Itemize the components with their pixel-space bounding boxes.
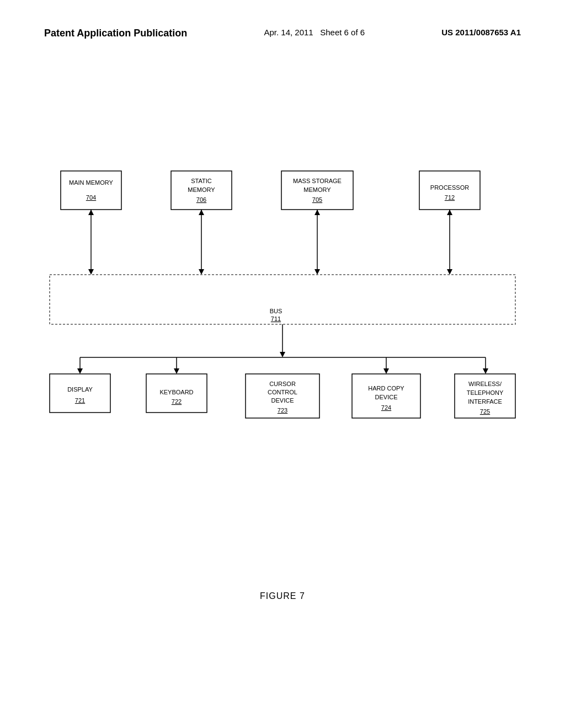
cursor-control-ref: 723 [278,407,287,414]
bus-box [50,275,515,324]
main-memory-box [61,171,121,210]
wireless-label-1: WIRELESS/ [468,381,502,387]
processor-arrowhead-up [447,210,452,215]
static-memory-label-1: STATIC [191,178,212,184]
mass-storage-ref: 705 [312,196,322,203]
display-box [50,374,110,413]
diagram: MAIN MEMORY 704 STATIC MEMORY 706 MASS S… [44,165,521,432]
bus-label: BUS [270,308,282,314]
wireless-arrowhead [483,368,488,374]
hard-copy-label-2: DEVICE [375,394,398,400]
diagram-svg: MAIN MEMORY 704 STATIC MEMORY 706 MASS S… [44,165,521,430]
publication-date: Apr. 14, 2011 Sheet 6 of 6 [264,28,365,37]
bus-ref: 711 [271,315,281,322]
static-memory-arrowhead-up [199,210,204,215]
main-memory-arrowhead-up [88,210,94,215]
wireless-label-2: TELEPHONY [467,389,504,396]
cursor-control-label-3: DEVICE [271,397,294,404]
keyboard-label: KEYBOARD [159,389,193,395]
static-memory-label-2: MEMORY [188,186,215,193]
processor-ref: 712 [445,194,455,201]
static-memory-arrowhead-down [199,269,204,275]
static-memory-ref: 706 [196,196,206,203]
mass-storage-label-1: MASS STORAGE [293,178,342,184]
hard-copy-label-1: HARD COPY [368,385,404,392]
main-memory-ref: 704 [86,194,96,201]
wireless-ref: 725 [480,408,490,415]
bus-to-bottom-arrowhead [280,352,285,357]
display-arrowhead [77,368,83,374]
processor-label: PROCESSOR [430,184,469,191]
keyboard-ref: 722 [172,398,182,405]
hard-copy-ref: 724 [381,404,391,411]
publication-label: Patent Application Publication [44,28,187,39]
main-memory-arrowhead-down [88,269,94,275]
publication-number: US 2011/0087653 A1 [441,28,521,37]
cursor-control-label-2: CONTROL [268,389,297,395]
cursor-control-label-1: CURSOR [269,381,296,387]
main-memory-label: MAIN MEMORY [69,179,114,186]
processor-arrowhead-down [447,269,452,275]
mass-storage-label-2: MEMORY [303,186,331,193]
hardcopy-arrowhead [383,368,389,374]
mass-storage-arrowhead-up [315,210,320,215]
keyboard-arrowhead [174,368,179,374]
wireless-label-3: INTERFACE [468,398,502,405]
header: Patent Application Publication Apr. 14, … [0,0,565,39]
display-ref: 721 [75,397,85,404]
mass-storage-arrowhead-down [315,269,320,275]
display-label: DISPLAY [67,386,93,393]
figure-caption: FIGURE 7 [0,591,565,601]
